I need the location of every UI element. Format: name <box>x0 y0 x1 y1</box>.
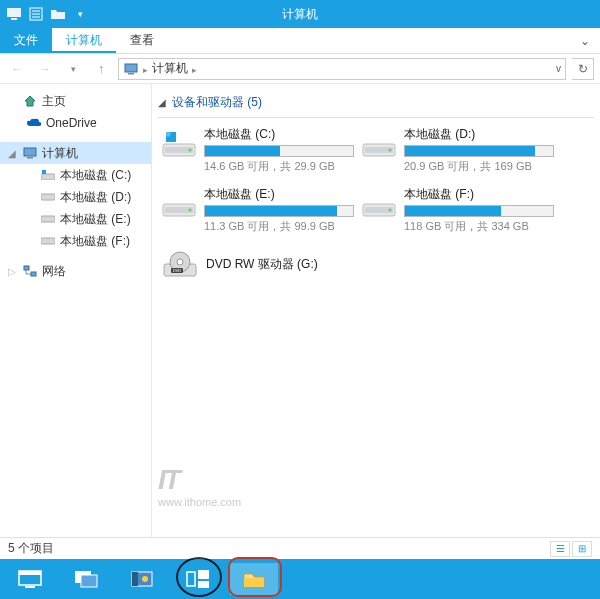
svg-rect-12 <box>41 194 55 200</box>
address-bar[interactable]: 计算机 v <box>118 58 566 80</box>
tab-computer[interactable]: 计算机 <box>52 28 116 53</box>
drive-freespace: 20.9 GB 可用，共 169 GB <box>404 159 554 174</box>
home-icon <box>22 93 38 109</box>
svg-rect-39 <box>19 571 41 575</box>
svg-rect-11 <box>42 170 46 174</box>
drive-item-e[interactable]: 本地磁盘 (E:) 11.3 GB 可用，共 99.9 GB <box>158 184 358 236</box>
svg-rect-8 <box>24 148 36 156</box>
svg-rect-46 <box>187 572 195 586</box>
svg-rect-48 <box>198 581 209 588</box>
taskbar-item-1[interactable] <box>6 563 54 595</box>
view-tiles-icon[interactable]: ⊞ <box>572 541 592 557</box>
taskbar-item-3[interactable] <box>118 563 166 595</box>
drive-name: 本地磁盘 (D:) <box>404 126 554 143</box>
nav-forward-button[interactable]: → <box>34 58 56 80</box>
svg-rect-7 <box>128 73 134 75</box>
drive-usage-bar <box>404 205 554 217</box>
group-title: 设备和驱动器 (5) <box>172 94 262 111</box>
nav-drive-e[interactable]: 本地磁盘 (E:) <box>0 208 151 230</box>
drive-usage-bar <box>204 205 354 217</box>
nav-network[interactable]: ▷ 网络 <box>0 260 151 282</box>
nav-drive-d[interactable]: 本地磁盘 (D:) <box>0 186 151 208</box>
nav-computer[interactable]: ◢ 计算机 <box>0 142 151 164</box>
nav-recent-dropdown[interactable]: ▾ <box>62 58 84 80</box>
svg-point-32 <box>389 209 392 212</box>
svg-point-21 <box>189 149 192 152</box>
drive-icon <box>40 167 56 183</box>
svg-point-35 <box>177 259 183 265</box>
drive-item-f[interactable]: 本地磁盘 (F:) 118 GB 可用，共 334 GB <box>358 184 558 236</box>
nav-drive-f[interactable]: 本地磁盘 (F:) <box>0 230 151 252</box>
tab-file[interactable]: 文件 <box>0 28 52 53</box>
svg-rect-44 <box>132 572 138 586</box>
ribbon-tabs: 文件 计算机 查看 ⌄ <box>0 28 600 54</box>
svg-point-29 <box>189 209 192 212</box>
main-content: ◢ 设备和驱动器 (5) 本地磁盘 (C:) 14.6 GB 可用，共 29.9… <box>152 84 600 538</box>
ribbon-expand-icon[interactable]: ⌄ <box>570 28 600 53</box>
drive-icon <box>40 233 56 249</box>
status-bar: 5 个项目 ☰ ⊞ <box>0 537 600 559</box>
nav-label: 本地磁盘 (C:) <box>60 167 131 184</box>
network-icon <box>22 263 38 279</box>
nav-onedrive[interactable]: OneDrive <box>0 112 151 134</box>
dvd-drive-icon: DVD <box>162 246 198 282</box>
svg-rect-0 <box>7 8 21 17</box>
qat-dropdown-icon[interactable]: ▾ <box>70 4 90 24</box>
svg-point-45 <box>142 576 148 582</box>
address-dropdown-icon[interactable]: v <box>556 63 561 74</box>
expand-icon[interactable]: ▷ <box>8 266 18 277</box>
status-item-count: 5 个项目 <box>8 540 54 557</box>
drive-freespace: 118 GB 可用，共 334 GB <box>404 219 554 234</box>
chevron-right-icon[interactable] <box>192 62 197 76</box>
svg-rect-16 <box>31 272 36 276</box>
computer-icon <box>123 61 139 77</box>
nav-home[interactable]: 主页 <box>0 90 151 112</box>
collapse-icon[interactable]: ◢ <box>8 148 18 159</box>
nav-label: 计算机 <box>42 145 78 162</box>
refresh-button[interactable]: ↻ <box>572 58 594 80</box>
group-header[interactable]: ◢ 设备和驱动器 (5) <box>158 92 594 118</box>
tab-view[interactable]: 查看 <box>116 28 168 53</box>
taskbar-item-taskview[interactable] <box>174 563 222 595</box>
nav-label: 本地磁盘 (D:) <box>60 189 131 206</box>
quick-access-toolbar: ▾ <box>0 4 90 24</box>
navigation-pane: 主页 OneDrive ◢ 计算机 本地磁盘 (C:) 本地磁盘 (D:) 本地… <box>0 84 152 538</box>
nav-label: 本地磁盘 (E:) <box>60 211 131 228</box>
nav-back-button[interactable]: ← <box>6 58 28 80</box>
svg-rect-23 <box>166 132 171 137</box>
svg-rect-1 <box>11 18 17 20</box>
content-area: 主页 OneDrive ◢ 计算机 本地磁盘 (C:) 本地磁盘 (D:) 本地… <box>0 84 600 538</box>
drive-freespace: 14.6 GB 可用，共 29.9 GB <box>204 159 354 174</box>
watermark: IT www.ithome.com <box>158 464 241 508</box>
drive-item-dvd[interactable]: DVD DVD RW 驱动器 (G:) <box>158 244 358 284</box>
svg-rect-40 <box>25 586 35 588</box>
svg-rect-13 <box>41 216 55 222</box>
drive-grid: 本地磁盘 (C:) 14.6 GB 可用，共 29.9 GB 本地磁盘 (D:)… <box>158 124 594 288</box>
drive-icon <box>362 186 396 222</box>
collapse-icon[interactable]: ◢ <box>158 97 166 108</box>
svg-rect-6 <box>125 64 137 72</box>
nav-up-button[interactable]: ↑ <box>90 58 112 80</box>
svg-rect-9 <box>27 157 33 159</box>
address-segment[interactable]: 计算机 <box>152 60 188 77</box>
computer-icon[interactable] <box>4 4 24 24</box>
taskbar-item-2[interactable] <box>62 563 110 595</box>
window-title: 计算机 <box>282 6 318 23</box>
watermark-logo: IT <box>158 464 241 496</box>
nav-drive-c[interactable]: 本地磁盘 (C:) <box>0 164 151 186</box>
svg-rect-42 <box>81 575 97 587</box>
folder-icon[interactable] <box>48 4 68 24</box>
properties-icon[interactable] <box>26 4 46 24</box>
drive-name: 本地磁盘 (E:) <box>204 186 354 203</box>
drive-item-c[interactable]: 本地磁盘 (C:) 14.6 GB 可用，共 29.9 GB <box>158 124 358 176</box>
view-details-icon[interactable]: ☰ <box>550 541 570 557</box>
drive-icon <box>40 189 56 205</box>
nav-label: 网络 <box>42 263 66 280</box>
svg-text:DVD: DVD <box>173 268 182 273</box>
svg-rect-47 <box>198 570 209 579</box>
drive-item-d[interactable]: 本地磁盘 (D:) 20.9 GB 可用，共 169 GB <box>358 124 558 176</box>
taskbar-item-explorer[interactable] <box>230 563 278 595</box>
drive-name: 本地磁盘 (C:) <box>204 126 354 143</box>
nav-label: OneDrive <box>46 116 97 130</box>
svg-rect-14 <box>41 238 55 244</box>
